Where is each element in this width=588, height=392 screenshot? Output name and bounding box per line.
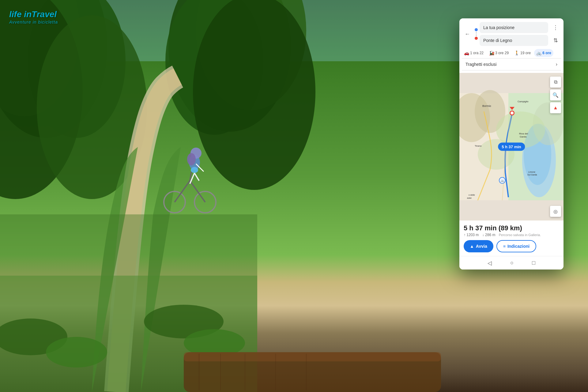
svg-text:Tirano: Tirano [475, 145, 482, 147]
avvia-label: Avvia [476, 244, 487, 249]
car-time: 1 ora 22 [470, 51, 484, 55]
svg-text:Bormio: Bormio [482, 104, 491, 107]
ferries-arrow: › [556, 62, 557, 67]
compass-button[interactable]: ▲ [550, 102, 561, 113]
result-time: 5 h 37 min (89 km) [464, 224, 559, 232]
walk-icon: 🚶 [514, 51, 519, 55]
action-buttons: ▲ Avvia ≡ Indicazioni [464, 240, 559, 252]
location-icon: ◎ [553, 209, 558, 214]
svg-text:🚲: 🚲 [500, 179, 504, 183]
logo-brand: life inTravel [9, 9, 58, 20]
car-icon: 🚗 [464, 51, 469, 55]
indicazioni-button[interactable]: ≡ Indicazioni [496, 240, 537, 252]
avvia-button[interactable]: ▲ Avvia [464, 240, 493, 252]
android-home-button[interactable]: ○ [510, 260, 514, 266]
svg-text:Campiglio: Campiglio [518, 100, 529, 103]
android-back-button[interactable]: ◁ [488, 260, 492, 266]
ferries-label: Traghetti esclusi [466, 62, 496, 67]
logo: life inTravel Avventure in bicicletta [9, 9, 58, 24]
android-recent-button[interactable]: □ [532, 260, 535, 266]
layers-button[interactable]: ⧉ [550, 77, 561, 88]
elevation-down: ↓ 286 m [482, 233, 496, 237]
svg-text:Sul Garda: Sul Garda [527, 174, 537, 176]
swap-icon: ⇅ [553, 37, 558, 44]
svg-text:aske: aske [467, 197, 472, 199]
location-button[interactable]: ◎ [550, 206, 561, 217]
results-panel: 5 h 37 min (89 km) ↑ 1203 m ↓ 286 m Perc… [459, 221, 564, 256]
swap-button[interactable]: ⇅ [550, 35, 561, 46]
search-panel: ← ⋮ ⇅ � [459, 18, 564, 73]
mode-train[interactable]: 🚂 3 ore 29 [487, 49, 511, 57]
elevation-info: ↑ 1203 m ↓ 286 m Percorso salvata in Gal… [464, 233, 559, 237]
phone-mockup: ← ⋮ ⇅ � [459, 18, 564, 270]
origin-dot [475, 28, 478, 31]
train-time: 3 ore 29 [495, 51, 509, 55]
route-connector [475, 27, 478, 41]
map-time-badge: 5 h 37 min [498, 143, 525, 151]
destination-input[interactable] [480, 35, 548, 46]
search-row-origin: ← ⋮ ⇅ [462, 22, 561, 46]
zoom-button[interactable]: 🔍 [550, 89, 561, 100]
destination-dot [475, 37, 478, 40]
indicazioni-label: Indicazioni [507, 244, 530, 249]
map-area[interactable]: Bormio Campiglio Tirano Riva del Garda L… [459, 73, 564, 221]
back-button[interactable]: ← [462, 28, 473, 40]
svg-text:Riva del: Riva del [519, 132, 528, 135]
svg-text:Limone: Limone [528, 171, 535, 173]
transport-modes-bar: 🚗 1 ora 22 🚂 3 ore 29 🚶 19 ore 🚲 6 ore [462, 48, 561, 58]
back-icon: ← [465, 31, 470, 37]
ferries-option[interactable]: Traghetti esclusi › [462, 58, 561, 70]
navigation-icon: ▲ [470, 244, 474, 249]
bike-time: 6 ore [542, 51, 551, 55]
svg-point-56 [511, 111, 514, 115]
mode-bike[interactable]: 🚲 6 ore [534, 49, 553, 57]
mode-car[interactable]: 🚗 1 ora 22 [462, 49, 486, 57]
list-icon: ≡ [503, 244, 506, 249]
logo-tagline: Avventure in bicicletta [9, 20, 58, 25]
bike-icon: 🚲 [536, 51, 541, 55]
layers-icon: ⧉ [554, 79, 557, 85]
inputs-column [480, 22, 548, 46]
walk-time: 19 ore [520, 51, 531, 55]
origin-input[interactable] [480, 22, 548, 33]
connector-line2 [476, 34, 477, 36]
android-nav-bar: ◁ ○ □ [459, 256, 564, 270]
elevation-up: ↑ 1203 m [464, 233, 479, 237]
more-options-button[interactable]: ⋮ [550, 22, 561, 33]
svg-text:o delle: o delle [469, 194, 475, 196]
train-icon: 🚂 [489, 51, 494, 55]
result-note: Percorso salvata in Galleria. [499, 233, 541, 237]
mode-walk[interactable]: 🚶 19 ore [512, 49, 533, 57]
zoom-icon: 🔍 [552, 92, 559, 98]
time-value: 5 h 37 min (89 km) [464, 224, 522, 232]
connector-line [476, 32, 477, 34]
svg-text:Garda: Garda [520, 135, 527, 138]
more-icon: ⋮ [553, 24, 558, 31]
compass-icon: ▲ [553, 105, 558, 111]
